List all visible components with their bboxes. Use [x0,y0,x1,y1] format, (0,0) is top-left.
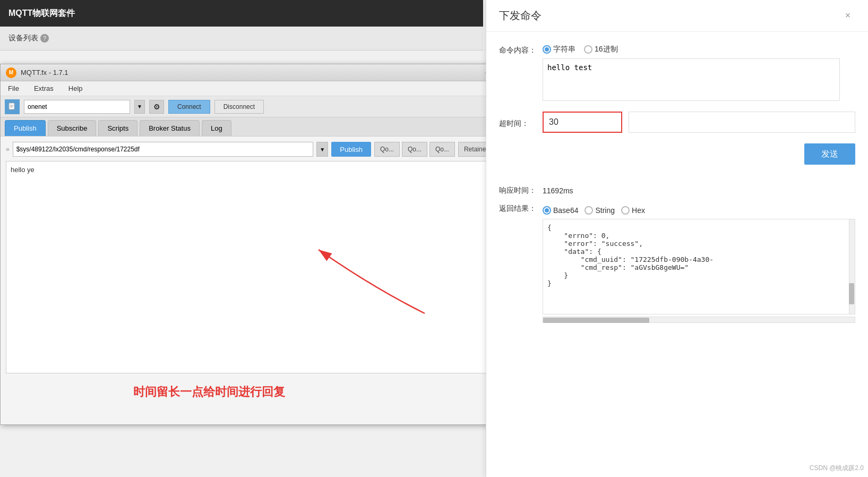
command-label: 命令内容： [499,42,536,55]
csdn-watermark: CSDN @桃成蹊2.0 [810,464,864,473]
connection-input[interactable] [24,100,130,114]
right-panel: 下发命令 × 命令内容： 字符串 16进制 hello test [486,0,868,477]
app-topbar: MQTT物联网套件 [0,0,483,27]
radio-string2-label: String [595,206,615,215]
menu-help[interactable]: Help [65,83,86,93]
qos2-button[interactable]: Qo... [429,142,455,157]
result-scrollbar-h-thumb [543,318,649,323]
app-title: MQTT物联网套件 [8,8,75,19]
command-type-radio-group: 字符串 16进制 [543,42,840,54]
tab-scripts[interactable]: Scripts [98,120,137,136]
qos0-button[interactable]: Qo... [374,142,400,157]
qos1-button[interactable]: Qo... [402,142,427,157]
response-time-label: 响应时间： [499,186,536,195]
disconnect-button[interactable]: Disconnect [214,100,264,114]
help-icon[interactable]: ? [40,34,49,42]
mqtt-app-icon: M [6,67,16,78]
result-textarea[interactable]: { "errno": 0, "error": "success", "data"… [543,219,855,314]
menu-extras[interactable]: Extras [31,83,57,93]
command-content-row: 命令内容： 字符串 16进制 hello test [499,42,855,101]
radio-string-option[interactable]: 字符串 [543,45,575,54]
menu-file[interactable]: File [5,83,22,93]
right-panel-body: 命令内容： 字符串 16进制 hello test 超时间： [486,32,868,334]
result-scrollbar-v-thumb [849,283,854,304]
timeout-input[interactable] [543,112,622,133]
publish-bar: » ▼ Publish Qo... Qo... Qo... Retained ⚙… [6,142,517,157]
radio-string-label: 字符串 [553,45,575,54]
mqtt-title-text: MQTT.fx - 1.7.1 [21,69,68,76]
timeout-full-input[interactable] [629,112,855,133]
connection-dropdown[interactable]: ▼ [134,100,145,114]
mqtt-menubar: File Extras Help [1,81,522,96]
return-result-row: 返回结果： Base64 String Hex [499,204,855,323]
radio-string-circle [543,45,551,54]
tab-broker-status[interactable]: Broker Status [140,120,200,136]
mqtt-title-left: M MQTT.fx - 1.7.1 [6,67,68,78]
right-panel-header: 下发命令 × [486,0,868,32]
expand-icon[interactable]: » [6,146,10,153]
tab-publish[interactable]: Publish [5,120,46,136]
tab-log[interactable]: Log [202,120,231,136]
topic-input[interactable] [13,142,314,157]
settings-button[interactable]: ⚙ [149,100,164,114]
response-time-value: 11692ms [543,186,573,195]
result-scrollbar-horizontal[interactable] [543,317,855,323]
radio-hex2-circle [621,206,630,215]
connect-button[interactable]: Connect [168,100,210,114]
device-list-bar: 设备列表 ? [0,27,483,50]
radio-hex2-option[interactable]: Hex [621,206,645,215]
mqtt-titlebar: M MQTT.fx - 1.7.1 ─ □ ✕ [1,64,522,81]
close-panel-button[interactable]: × [840,8,855,23]
mqtt-publish-panel: » ▼ Publish Qo... Qo... Qo... Retained ⚙… [1,137,522,395]
mqtt-window: M MQTT.fx - 1.7.1 ─ □ ✕ File Extras Help… [0,64,523,425]
result-area: { "errno": 0, "error": "success", "data"… [543,219,855,317]
new-file-button[interactable] [5,99,20,114]
result-scrollbar-vertical[interactable] [849,219,855,314]
radio-base64-option[interactable]: Base64 [543,206,578,215]
radio-string2-option[interactable]: String [585,206,615,215]
response-row: 响应时间： 11692ms [499,186,855,195]
mqtt-tabs: Publish Subscribe Scripts Broker Status … [1,117,522,137]
mqtt-toolbar: ▼ ⚙ Connect Disconnect 🔒 [1,96,522,117]
radio-hex-label: 16进制 [595,45,618,54]
radio-string2-circle [585,206,593,215]
radio-hex-option[interactable]: 16进制 [584,45,618,54]
timeout-row: 超时间： [499,112,855,133]
device-list-label: 设备列表 [8,33,38,43]
radio-base64-label: Base64 [553,206,578,215]
radio-hex-circle [584,45,592,54]
message-text: hello ye [11,166,35,174]
result-format-radio-group: Base64 String Hex [543,204,855,215]
command-textarea[interactable]: hello test [543,58,840,101]
topic-dropdown[interactable]: ▼ [316,142,328,157]
qos-group: Qo... Qo... Qo... [374,142,455,157]
tab-subscribe[interactable]: Subscribe [48,120,97,136]
return-result-label: 返回结果： [499,204,536,214]
message-area[interactable]: hello ye [6,161,517,373]
send-button[interactable]: 发送 [804,143,855,165]
right-panel-title: 下发命令 [499,8,542,23]
radio-hex2-label: Hex [632,206,645,215]
timeout-label: 超时间： [499,116,536,129]
publish-button[interactable]: Publish [331,142,371,157]
radio-base64-circle [543,206,551,215]
